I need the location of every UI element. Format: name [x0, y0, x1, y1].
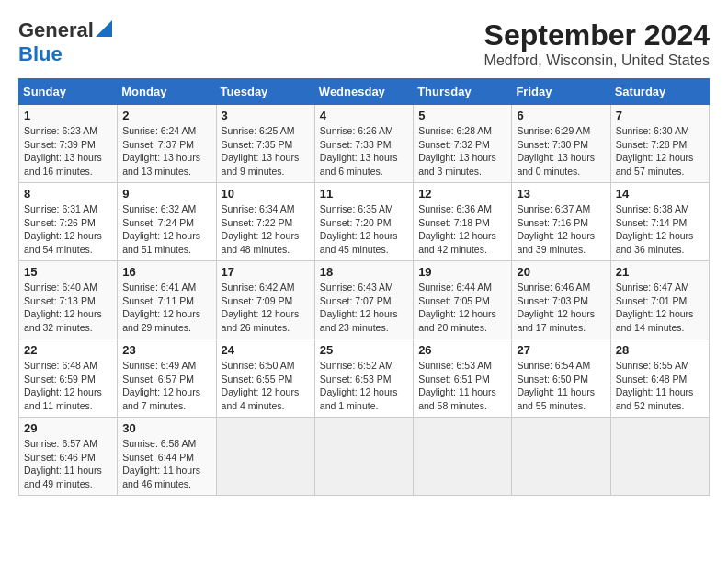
day-detail: Sunrise: 6:34 AM Sunset: 7:22 PM Dayligh… [222, 202, 310, 257]
day-number: 21 [616, 265, 704, 279]
day-number: 20 [517, 265, 605, 279]
table-row: 30 Sunrise: 6:58 AM Sunset: 6:44 PM Dayl… [118, 418, 216, 496]
table-row: 29 Sunrise: 6:57 AM Sunset: 6:46 PM Dayl… [19, 418, 118, 496]
day-number: 5 [418, 109, 506, 122]
table-row: 17 Sunrise: 6:42 AM Sunset: 7:09 PM Dayl… [216, 261, 314, 339]
day-detail: Sunrise: 6:58 AM Sunset: 6:44 PM Dayligh… [122, 437, 210, 491]
day-number: 15 [24, 265, 112, 279]
day-number: 29 [24, 421, 112, 435]
day-detail: Sunrise: 6:55 AM Sunset: 6:48 PM Dayligh… [616, 359, 704, 413]
logo-text-blue: Blue [18, 42, 63, 65]
table-row: 23 Sunrise: 6:49 AM Sunset: 6:57 PM Dayl… [118, 339, 216, 418]
day-number: 13 [517, 187, 605, 201]
day-detail: Sunrise: 6:38 AM Sunset: 7:14 PM Dayligh… [616, 202, 704, 257]
week-row-2: 8 Sunrise: 6:31 AM Sunset: 7:26 PM Dayli… [19, 183, 710, 261]
day-number: 1 [24, 109, 112, 122]
day-detail: Sunrise: 6:36 AM Sunset: 7:18 PM Dayligh… [418, 202, 506, 257]
logo: General Blue [18, 18, 112, 66]
day-detail: Sunrise: 6:28 AM Sunset: 7:32 PM Dayligh… [418, 124, 506, 178]
day-number: 7 [616, 109, 704, 122]
day-detail: Sunrise: 6:47 AM Sunset: 7:01 PM Dayligh… [616, 281, 704, 335]
logo-text-general: General [18, 18, 94, 42]
col-monday: Monday [118, 79, 216, 105]
table-row: 22 Sunrise: 6:48 AM Sunset: 6:59 PM Dayl… [19, 339, 118, 418]
page-subtitle: Medford, Wisconsin, United States [484, 52, 710, 69]
week-row-5: 29 Sunrise: 6:57 AM Sunset: 6:46 PM Dayl… [19, 418, 710, 496]
calendar-table: Sunday Monday Tuesday Wednesday Thursday… [18, 78, 710, 496]
week-row-4: 22 Sunrise: 6:48 AM Sunset: 6:59 PM Dayl… [19, 339, 710, 418]
day-detail: Sunrise: 6:41 AM Sunset: 7:11 PM Dayligh… [122, 281, 210, 335]
table-row [610, 418, 709, 496]
day-number: 11 [320, 187, 408, 201]
table-row: 5 Sunrise: 6:28 AM Sunset: 7:32 PM Dayli… [414, 105, 512, 183]
day-detail: Sunrise: 6:44 AM Sunset: 7:05 PM Dayligh… [418, 281, 506, 335]
day-detail: Sunrise: 6:32 AM Sunset: 7:24 PM Dayligh… [122, 202, 210, 257]
svg-marker-0 [96, 20, 112, 37]
day-detail: Sunrise: 6:24 AM Sunset: 7:37 PM Dayligh… [122, 124, 210, 178]
day-number: 26 [418, 343, 506, 357]
table-row: 21 Sunrise: 6:47 AM Sunset: 7:01 PM Dayl… [610, 261, 709, 339]
day-detail: Sunrise: 6:25 AM Sunset: 7:35 PM Dayligh… [222, 124, 310, 178]
day-number: 19 [418, 265, 506, 279]
table-row: 27 Sunrise: 6:54 AM Sunset: 6:50 PM Dayl… [512, 339, 610, 418]
calendar-header-row: Sunday Monday Tuesday Wednesday Thursday… [19, 79, 710, 105]
table-row: 4 Sunrise: 6:26 AM Sunset: 7:33 PM Dayli… [314, 105, 413, 183]
day-detail: Sunrise: 6:46 AM Sunset: 7:03 PM Dayligh… [517, 281, 605, 335]
table-row: 8 Sunrise: 6:31 AM Sunset: 7:26 PM Dayli… [19, 183, 118, 261]
col-saturday: Saturday [610, 79, 709, 105]
day-detail: Sunrise: 6:23 AM Sunset: 7:39 PM Dayligh… [24, 124, 112, 178]
day-number: 28 [616, 343, 704, 357]
table-row: 10 Sunrise: 6:34 AM Sunset: 7:22 PM Dayl… [216, 183, 314, 261]
day-number: 18 [320, 265, 408, 279]
day-number: 4 [320, 109, 408, 122]
day-detail: Sunrise: 6:42 AM Sunset: 7:09 PM Dayligh… [222, 281, 310, 335]
day-detail: Sunrise: 6:43 AM Sunset: 7:07 PM Dayligh… [320, 281, 408, 335]
day-detail: Sunrise: 6:40 AM Sunset: 7:13 PM Dayligh… [24, 281, 112, 335]
table-row: 3 Sunrise: 6:25 AM Sunset: 7:35 PM Dayli… [216, 105, 314, 183]
day-number: 10 [222, 187, 310, 201]
day-detail: Sunrise: 6:53 AM Sunset: 6:51 PM Dayligh… [418, 359, 506, 413]
table-row: 13 Sunrise: 6:37 AM Sunset: 7:16 PM Dayl… [512, 183, 610, 261]
table-row: 19 Sunrise: 6:44 AM Sunset: 7:05 PM Dayl… [414, 261, 512, 339]
day-number: 22 [24, 343, 112, 357]
col-friday: Friday [512, 79, 610, 105]
day-detail: Sunrise: 6:26 AM Sunset: 7:33 PM Dayligh… [320, 124, 408, 178]
col-tuesday: Tuesday [216, 79, 314, 105]
page-title: September 2024 [484, 18, 710, 52]
week-row-3: 15 Sunrise: 6:40 AM Sunset: 7:13 PM Dayl… [19, 261, 710, 339]
table-row: 11 Sunrise: 6:35 AM Sunset: 7:20 PM Dayl… [314, 183, 413, 261]
table-row: 16 Sunrise: 6:41 AM Sunset: 7:11 PM Dayl… [118, 261, 216, 339]
day-number: 2 [122, 109, 210, 122]
table-row: 28 Sunrise: 6:55 AM Sunset: 6:48 PM Dayl… [610, 339, 709, 418]
table-row: 9 Sunrise: 6:32 AM Sunset: 7:24 PM Dayli… [118, 183, 216, 261]
day-detail: Sunrise: 6:35 AM Sunset: 7:20 PM Dayligh… [320, 202, 408, 257]
day-number: 27 [517, 343, 605, 357]
table-row: 25 Sunrise: 6:52 AM Sunset: 6:53 PM Dayl… [314, 339, 413, 418]
table-row: 24 Sunrise: 6:50 AM Sunset: 6:55 PM Dayl… [216, 339, 314, 418]
day-number: 3 [222, 109, 310, 122]
day-detail: Sunrise: 6:30 AM Sunset: 7:28 PM Dayligh… [616, 124, 704, 178]
day-detail: Sunrise: 6:52 AM Sunset: 6:53 PM Dayligh… [320, 359, 408, 413]
day-number: 6 [517, 109, 605, 122]
table-row [414, 418, 512, 496]
table-row: 12 Sunrise: 6:36 AM Sunset: 7:18 PM Dayl… [414, 183, 512, 261]
day-detail: Sunrise: 6:29 AM Sunset: 7:30 PM Dayligh… [517, 124, 605, 178]
table-row [216, 418, 314, 496]
day-number: 12 [418, 187, 506, 201]
day-number: 23 [122, 343, 210, 357]
day-number: 16 [122, 265, 210, 279]
day-detail: Sunrise: 6:54 AM Sunset: 6:50 PM Dayligh… [517, 359, 605, 413]
day-number: 17 [222, 265, 310, 279]
day-detail: Sunrise: 6:37 AM Sunset: 7:16 PM Dayligh… [517, 202, 605, 257]
week-row-1: 1 Sunrise: 6:23 AM Sunset: 7:39 PM Dayli… [19, 105, 710, 183]
col-wednesday: Wednesday [314, 79, 413, 105]
logo-arrow-icon [96, 20, 112, 40]
table-row: 18 Sunrise: 6:43 AM Sunset: 7:07 PM Dayl… [314, 261, 413, 339]
table-row: 6 Sunrise: 6:29 AM Sunset: 7:30 PM Dayli… [512, 105, 610, 183]
day-number: 9 [122, 187, 210, 201]
col-sunday: Sunday [19, 79, 118, 105]
day-number: 25 [320, 343, 408, 357]
table-row: 14 Sunrise: 6:38 AM Sunset: 7:14 PM Dayl… [610, 183, 709, 261]
day-number: 14 [616, 187, 704, 201]
table-row: 7 Sunrise: 6:30 AM Sunset: 7:28 PM Dayli… [610, 105, 709, 183]
